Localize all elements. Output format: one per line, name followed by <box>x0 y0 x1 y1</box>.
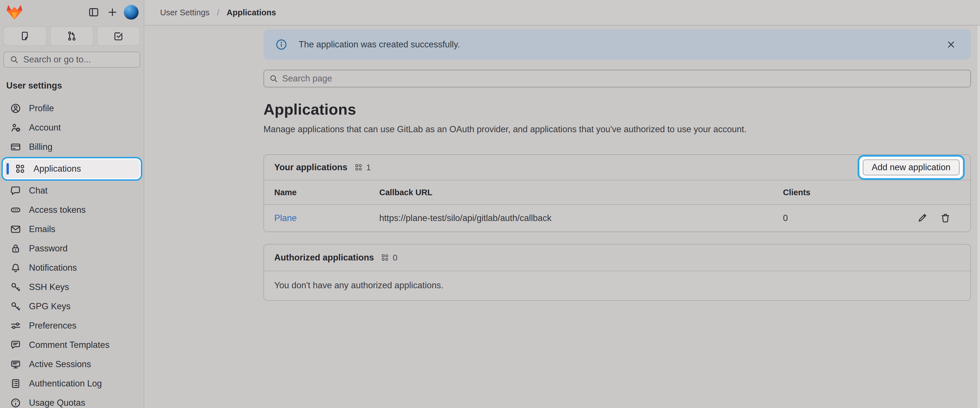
your-applications-title: Your applications <box>274 162 347 173</box>
user-avatar[interactable] <box>124 5 138 19</box>
sidebar-item-label: Emails <box>29 224 56 234</box>
sidebar-item-notifications[interactable]: Notifications <box>0 258 144 278</box>
plus-icon <box>107 6 118 18</box>
page-search-input[interactable] <box>282 73 965 84</box>
authorized-applications-empty-message: You don't have any authorized applicatio… <box>264 271 970 300</box>
authorized-applications-count-value: 0 <box>393 253 398 262</box>
your-applications-header: Your applications 1 Add new application <box>264 155 970 180</box>
sidebar-toggle-button[interactable] <box>86 5 101 19</box>
global-search-button[interactable]: Search or go to... <box>3 52 140 68</box>
applications-icon <box>381 253 389 262</box>
your-applications-card: Your applications 1 Add new application … <box>264 154 971 232</box>
password-icon <box>10 243 21 254</box>
scrollbar-gutter[interactable] <box>977 25 980 408</box>
chat-icon <box>10 185 21 196</box>
your-applications-count: 1 <box>354 163 371 172</box>
search-icon <box>269 74 278 83</box>
comment-templates-icon <box>10 340 21 351</box>
authorized-applications-title: Authorized applications <box>274 252 374 263</box>
column-header-callback-url: Callback URL <box>379 188 783 197</box>
sidebar-item-label: Account <box>29 122 61 133</box>
sidebar-item-gpg-keys[interactable]: GPG Keys <box>0 297 144 316</box>
sidebar-item-label: Password <box>29 243 68 254</box>
alert-message: The application was created successfully… <box>299 40 943 50</box>
issues-icon <box>20 31 31 41</box>
application-clients-cell: 0 <box>783 213 877 223</box>
your-applications-count-value: 1 <box>366 163 371 172</box>
breadcrumb: User Settings / Applications <box>160 8 276 17</box>
sidebar-item-access-tokens[interactable]: Access tokens <box>0 200 144 220</box>
sidebar-item-emails[interactable]: Emails <box>0 220 144 239</box>
sidebar-item-label: Profile <box>29 103 54 113</box>
sidebar-nav: Profile Account Billing Applications Cha… <box>0 99 144 408</box>
authorized-applications-header: Authorized applications 0 <box>264 244 970 271</box>
sidebar-item-label: Comment Templates <box>29 340 110 350</box>
preferences-icon <box>10 320 21 331</box>
merge-request-icon <box>67 31 77 41</box>
usage-quotas-icon <box>10 397 21 408</box>
sidebar-item-applications[interactable]: Applications <box>4 159 140 178</box>
emails-icon <box>10 224 21 235</box>
sidebar-item-label: Billing <box>29 142 52 152</box>
merge-requests-shortcut-button[interactable] <box>50 26 94 46</box>
key-icon <box>10 282 21 292</box>
gitlab-logo-icon[interactable] <box>6 4 23 21</box>
breadcrumb-user-settings-link[interactable]: User Settings <box>160 8 210 17</box>
sidebar-item-preferences[interactable]: Preferences <box>0 316 144 335</box>
application-name-cell: Plane <box>264 213 379 223</box>
page-search-box <box>264 70 971 87</box>
delete-application-button[interactable] <box>937 210 953 226</box>
sidebar-item-account[interactable]: Account <box>0 118 144 137</box>
applications-icon <box>15 164 25 174</box>
close-icon <box>946 39 956 50</box>
application-row-actions <box>877 210 970 226</box>
edit-application-button[interactable] <box>914 210 930 226</box>
notifications-icon <box>10 262 21 273</box>
sidebar-item-ssh-keys[interactable]: SSH Keys <box>0 278 144 297</box>
breadcrumb-bar: User Settings / Applications <box>145 0 980 25</box>
search-icon <box>10 55 19 64</box>
issues-shortcut-button[interactable] <box>3 26 47 46</box>
add-application-focus-ring: Add new application <box>858 155 965 180</box>
sidebar-item-password[interactable]: Password <box>0 239 144 258</box>
sidebar-shortcut-row <box>3 26 140 46</box>
authentication-log-icon <box>10 378 21 389</box>
pencil-icon <box>917 213 928 224</box>
sidebar-item-active-sessions[interactable]: Active Sessions <box>0 355 144 374</box>
create-new-button[interactable] <box>105 5 120 19</box>
profile-icon <box>10 103 21 114</box>
application-table-row: Plane https://plane-test/silo/api/gitlab… <box>264 205 970 232</box>
breadcrumb-separator: / <box>217 8 219 17</box>
authorized-applications-count: 0 <box>381 253 398 262</box>
sidebar-item-label: Active Sessions <box>29 359 91 370</box>
sidebar-item-label: Usage Quotas <box>29 398 85 408</box>
main-area: User Settings / Applications The applica… <box>145 0 980 408</box>
sidebar-item-usage-quotas[interactable]: Usage Quotas <box>0 393 144 408</box>
sidebar-item-label: SSH Keys <box>29 282 69 292</box>
sidebar-item-label: Applications <box>33 164 81 174</box>
global-search-label: Search or go to... <box>23 54 91 65</box>
panel-toggle-icon <box>88 6 99 18</box>
sidebar-item-comment-templates[interactable]: Comment Templates <box>0 335 144 355</box>
sidebar-section-title: User settings <box>6 81 144 91</box>
applications-table-header: Name Callback URL Clients <box>264 180 970 205</box>
application-name-link[interactable]: Plane <box>274 213 297 223</box>
sidebar-item-authentication-log[interactable]: Authentication Log <box>0 374 144 393</box>
add-new-application-button[interactable]: Add new application <box>863 159 959 175</box>
account-icon <box>10 122 21 133</box>
alert-dismiss-button[interactable] <box>943 37 959 52</box>
sidebar: Search or go to... User settings Profile… <box>0 0 144 408</box>
active-sessions-icon <box>10 359 21 370</box>
page-description: Manage applications that can use GitLab … <box>264 124 971 135</box>
key-icon <box>10 301 21 312</box>
page-title: Applications <box>264 100 971 118</box>
todo-shortcut-button[interactable] <box>97 26 140 46</box>
success-alert: The application was created successfully… <box>264 30 971 60</box>
sidebar-item-label: Preferences <box>29 321 76 331</box>
sidebar-item-billing[interactable]: Billing <box>0 137 144 157</box>
applications-icon <box>354 163 363 171</box>
sidebar-item-profile[interactable]: Profile <box>0 99 144 118</box>
sidebar-item-chat[interactable]: Chat <box>0 181 144 200</box>
sidebar-item-label: Access tokens <box>29 205 86 215</box>
column-header-clients: Clients <box>783 188 877 197</box>
